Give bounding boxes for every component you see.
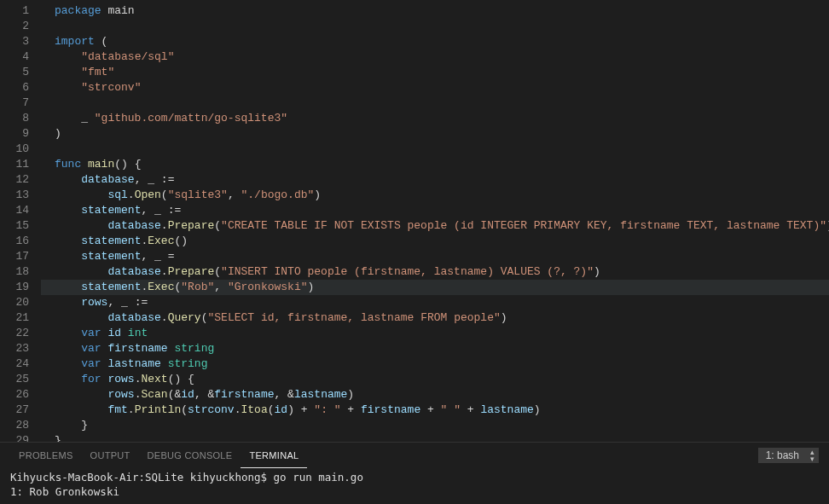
- line-number: 21: [0, 310, 29, 326]
- line-number: 16: [0, 234, 29, 249]
- line-number: 24: [0, 356, 29, 372]
- code-line[interactable]: [41, 142, 829, 157]
- line-number: 20: [0, 295, 29, 310]
- code-line[interactable]: _ "github.com/mattn/go-sqlite3": [41, 111, 829, 126]
- line-number: 14: [0, 203, 29, 218]
- terminal-selector[interactable]: 1: bash ▴▾: [758, 448, 819, 463]
- code-line[interactable]: "strconv": [41, 80, 829, 96]
- line-number: 19: [0, 280, 29, 295]
- panel-tabs: PROBLEMS OUTPUT DEBUG CONSOLE TERMINAL 1…: [0, 443, 829, 468]
- line-number: 28: [0, 418, 29, 433]
- line-number: 5: [0, 65, 29, 80]
- code-line[interactable]: rows, _ :=: [41, 295, 829, 310]
- line-number: 9: [0, 126, 29, 142]
- line-number: 7: [0, 96, 29, 111]
- line-number: 17: [0, 249, 29, 264]
- line-number: 6: [0, 80, 29, 96]
- dropdown-arrows-icon: ▴▾: [810, 449, 815, 462]
- line-number: 3: [0, 34, 29, 49]
- code-line[interactable]: import (: [41, 34, 829, 49]
- code-line[interactable]: "database/sql": [41, 49, 829, 65]
- line-number: 2: [0, 19, 29, 34]
- code-line[interactable]: rows.Scan(&id, &firstname, &lastname): [41, 387, 829, 403]
- code-line[interactable]: database, _ :=: [41, 172, 829, 188]
- line-number: 25: [0, 372, 29, 387]
- code-line[interactable]: func main() {: [41, 157, 829, 172]
- line-number: 11: [0, 157, 29, 172]
- line-number: 10: [0, 142, 29, 157]
- code-line[interactable]: for rows.Next() {: [41, 372, 829, 387]
- line-number: 8: [0, 111, 29, 126]
- code-line[interactable]: database.Prepare("CREATE TABLE IF NOT EX…: [41, 218, 829, 234]
- code-line[interactable]: statement, _ :=: [41, 203, 829, 218]
- code-line[interactable]: var firstname string: [41, 341, 829, 356]
- code-line[interactable]: sql.Open("sqlite3", "./bogo.db"): [41, 188, 829, 203]
- terminal-selector-label: 1: bash: [766, 449, 799, 461]
- line-number: 4: [0, 49, 29, 65]
- line-number: 27: [0, 403, 29, 418]
- code-line[interactable]: fmt.Println(strconv.Itoa(id) + ": " + fi…: [41, 403, 829, 418]
- bottom-panel: PROBLEMS OUTPUT DEBUG CONSOLE TERMINAL 1…: [0, 442, 829, 504]
- code-line[interactable]: "fmt": [41, 65, 829, 80]
- code-line[interactable]: statement.Exec(): [41, 234, 829, 249]
- code-body[interactable]: package mainimport ( "database/sql" "fmt…: [41, 0, 829, 442]
- code-line[interactable]: [41, 96, 829, 111]
- terminal-output[interactable]: Kihyucks-MacBook-Air:SQLite kihyuckhong$…: [0, 468, 829, 504]
- line-number: 13: [0, 188, 29, 203]
- line-number: 1: [0, 3, 29, 19]
- line-number: 26: [0, 387, 29, 403]
- code-line[interactable]: [41, 19, 829, 34]
- line-number: 29: [0, 433, 29, 442]
- code-line[interactable]: database.Prepare("INSERT INTO people (fi…: [41, 264, 829, 280]
- code-line[interactable]: }: [41, 433, 829, 442]
- code-editor[interactable]: 1234567891011121314151617181920212223242…: [0, 0, 829, 442]
- code-line[interactable]: package main: [41, 3, 829, 19]
- code-line[interactable]: database.Query("SELECT id, firstname, la…: [41, 310, 829, 326]
- line-number: 22: [0, 326, 29, 341]
- tab-debug-console[interactable]: DEBUG CONSOLE: [139, 443, 241, 468]
- code-line[interactable]: }: [41, 418, 829, 433]
- line-number: 12: [0, 172, 29, 188]
- code-line[interactable]: statement.Exec("Rob", "Gronkowski"): [41, 280, 829, 295]
- code-line[interactable]: var lastname string: [41, 356, 829, 372]
- code-line[interactable]: var id int: [41, 326, 829, 341]
- tab-terminal[interactable]: TERMINAL: [241, 443, 307, 468]
- code-line[interactable]: ): [41, 126, 829, 142]
- line-number-gutter: 1234567891011121314151617181920212223242…: [0, 0, 41, 442]
- tab-output[interactable]: OUTPUT: [82, 443, 139, 468]
- line-number: 15: [0, 218, 29, 234]
- code-line[interactable]: statement, _ =: [41, 249, 829, 264]
- line-number: 18: [0, 264, 29, 280]
- tab-problems[interactable]: PROBLEMS: [10, 443, 82, 468]
- line-number: 23: [0, 341, 29, 356]
